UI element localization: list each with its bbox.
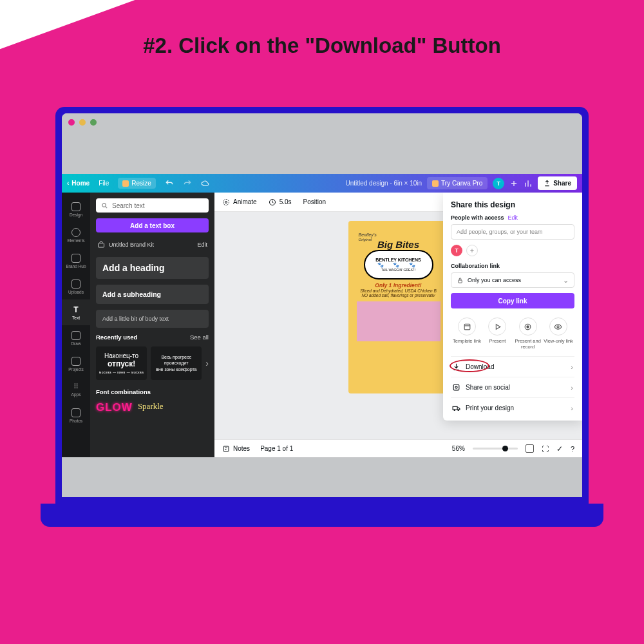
window-maximize-dot[interactable]: [90, 119, 97, 126]
share-button[interactable]: Share: [538, 176, 577, 190]
add-people-input[interactable]: Add people, groups, or your team: [451, 224, 574, 240]
chevron-down-icon: ⌄: [563, 276, 569, 285]
download-row[interactable]: Download ›: [451, 356, 574, 377]
add-person-button[interactable]: +: [466, 245, 478, 256]
see-all-link[interactable]: See all: [190, 334, 209, 341]
search-icon: [101, 202, 108, 209]
share-panel: Share this design People with access Edi…: [443, 193, 582, 421]
home-button[interactable]: ‹ Home: [67, 180, 90, 187]
rail-design[interactable]: Design: [62, 196, 90, 222]
zoom-value[interactable]: 56%: [452, 445, 465, 452]
share-label: Share: [553, 180, 571, 187]
cloud-sync-icon[interactable]: [201, 179, 210, 188]
instruction-heading: #2. Click on the "Download" Button: [0, 33, 644, 58]
svg-rect-1: [99, 243, 104, 248]
rail-photos[interactable]: Photos: [62, 402, 90, 428]
template-icon: [463, 323, 471, 331]
rail-uploads[interactable]: Uploads: [62, 274, 90, 299]
window-titlebar: [62, 113, 582, 131]
people-access-edit[interactable]: Edit: [508, 214, 518, 221]
font-combinations-label: Font combinations: [96, 388, 151, 395]
animate-button[interactable]: Animate: [222, 198, 257, 206]
view-only-link-option[interactable]: View-only link: [544, 317, 573, 350]
crown-icon: [432, 180, 439, 187]
brand-kit-edit[interactable]: Edit: [197, 242, 207, 248]
design-page-1[interactable]: Bentley'sOriginal Big Bites BENTLEY KITC…: [348, 221, 449, 393]
svg-rect-14: [453, 406, 457, 410]
home-label: Home: [71, 180, 90, 187]
file-menu[interactable]: File: [99, 180, 109, 187]
plus-icon[interactable]: [509, 179, 518, 188]
help-icon[interactable]: ?: [571, 445, 574, 453]
brand-kit-row[interactable]: Untitled Brand Kit Edit: [96, 238, 209, 251]
share-avatar[interactable]: T: [451, 245, 462, 256]
rail-brand-hub[interactable]: Brand Hub: [62, 248, 90, 274]
svg-point-10: [527, 325, 529, 327]
chevron-right-icon: ›: [571, 363, 573, 371]
notes-button[interactable]: Notes: [222, 445, 250, 453]
template-link-option[interactable]: Template link: [452, 317, 482, 350]
access-select[interactable]: Only you can access ⌄: [451, 272, 574, 288]
share-panel-title: Share this design: [451, 200, 574, 209]
chevron-right-icon[interactable]: ›: [205, 358, 209, 368]
font-combo-glow[interactable]: GLOW: [96, 401, 133, 414]
resize-label: Resize: [131, 180, 151, 187]
crown-icon: [122, 180, 129, 187]
share-social-row[interactable]: Share on social ›: [451, 377, 574, 397]
canvas-area: Animate 5.0s Position: [214, 193, 582, 457]
resize-button[interactable]: Resize: [118, 178, 156, 189]
help-check-icon[interactable]: ✓: [556, 444, 563, 453]
search-input[interactable]: Search text: [96, 198, 209, 213]
present-record-option[interactable]: Present and record: [513, 317, 543, 350]
undo-icon[interactable]: [165, 179, 174, 188]
try-canva-pro-button[interactable]: Try Canva Pro: [427, 177, 488, 189]
brand-kit-name: Untitled Brand Kit: [109, 242, 154, 248]
people-with-access-label: People with access: [451, 214, 504, 221]
download-icon: [452, 363, 460, 371]
analytics-icon[interactable]: [524, 179, 533, 188]
product-image-placeholder: [357, 301, 440, 341]
chevron-right-icon: ›: [571, 404, 573, 412]
laptop-base: [41, 504, 603, 527]
record-icon: [524, 323, 532, 331]
svg-rect-8: [464, 324, 470, 330]
truck-icon: [452, 404, 460, 412]
product-logo-oval: BENTLEY KITCHENS 🐾 🐾 🐾 TAIL WAGGIN' GREA…: [364, 250, 433, 279]
duration-button[interactable]: 5.0s: [269, 198, 292, 206]
rail-elements[interactable]: Elements: [62, 222, 90, 248]
recent-item-1[interactable]: Наконец-то отпуск! москва — киев — москв…: [96, 346, 147, 380]
window-minimize-dot[interactable]: [79, 119, 86, 126]
recent-item-2[interactable]: Весь прогресс происходит вне зоны комфор…: [151, 346, 202, 380]
zoom-slider[interactable]: [473, 448, 518, 450]
add-heading-block[interactable]: Add a heading: [96, 257, 209, 279]
briefcase-icon: [97, 241, 105, 249]
rail-text[interactable]: TText: [62, 299, 90, 325]
position-button[interactable]: Position: [303, 198, 327, 205]
window-close-dot[interactable]: [68, 119, 75, 126]
user-avatar[interactable]: T: [493, 178, 504, 189]
redo-icon[interactable]: [183, 179, 192, 188]
document-title[interactable]: Untitled design - 6in × 10in: [345, 180, 422, 187]
copy-link-button[interactable]: Copy link: [451, 293, 574, 308]
search-placeholder: Search text: [112, 202, 145, 209]
page-indicator[interactable]: Page 1 of 1: [260, 445, 293, 452]
add-text-box-button[interactable]: Add a text box: [96, 218, 209, 232]
play-icon: [493, 323, 502, 331]
grid-view-icon[interactable]: [526, 444, 534, 453]
rail-projects[interactable]: Projects: [62, 351, 90, 377]
rail-apps[interactable]: ⠿Apps: [62, 377, 90, 402]
fullscreen-icon[interactable]: ⛶: [542, 445, 549, 453]
svg-point-11: [557, 325, 559, 327]
present-option[interactable]: Present: [482, 317, 512, 350]
rail-draw[interactable]: Draw: [62, 325, 90, 351]
svg-point-3: [223, 199, 229, 205]
add-subheading-block[interactable]: Add a subheading: [96, 285, 209, 304]
clock-icon: [269, 198, 276, 206]
font-combo-sparkle[interactable]: Sparkle: [138, 401, 164, 414]
print-design-row[interactable]: Print your design ›: [451, 397, 574, 418]
add-body-text-block[interactable]: Add a little bit of body text: [96, 310, 209, 328]
product-title: Big Bites: [377, 239, 419, 250]
svg-rect-7: [459, 280, 462, 283]
upload-icon: [544, 180, 551, 187]
side-rail: Design Elements Brand Hub Uploads TText …: [62, 193, 90, 457]
